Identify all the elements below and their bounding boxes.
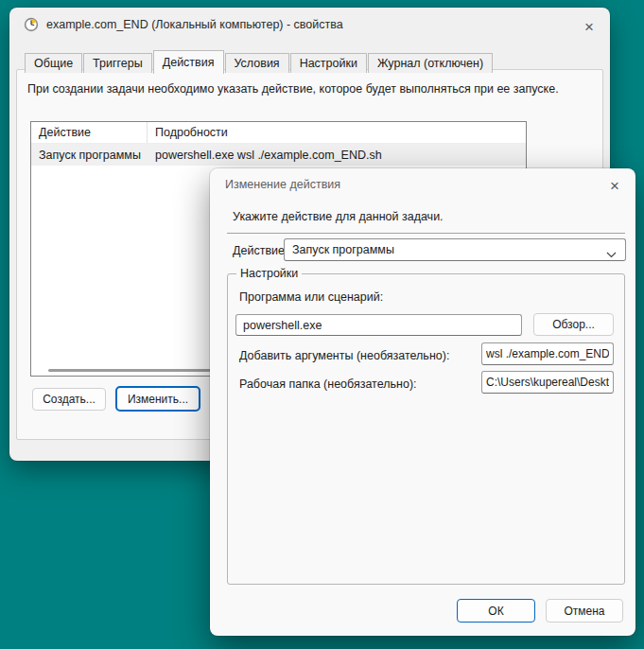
divider: [227, 233, 625, 234]
action-dropdown-value: Запуск программы: [292, 243, 394, 256]
browse-button[interactable]: Обзор...: [533, 313, 614, 336]
working-folder-label: Рабочая папка (необязательно):: [239, 377, 417, 391]
program-label: Программа или сценарий:: [239, 290, 383, 304]
dialog-title: Изменение действия: [225, 178, 340, 191]
column-header-details[interactable]: Подробности: [148, 126, 228, 139]
ok-button[interactable]: ОК: [457, 599, 535, 623]
dialog-instruction: Укажите действие для данной задачи.: [233, 210, 444, 223]
settings-group-title: Настройки: [236, 267, 302, 280]
tab-settings[interactable]: Настройки: [290, 53, 367, 73]
close-icon[interactable]: ×: [580, 17, 599, 36]
edit-button[interactable]: Изменить...: [115, 386, 200, 412]
tab-actions[interactable]: Действия: [153, 50, 224, 74]
tab-strip: Общие Триггеры Действия Условия Настройк…: [25, 50, 494, 73]
edit-action-dialog: Изменение действия × Укажите действие дл…: [210, 168, 635, 636]
main-titlebar: example.com_END (Локальный компьютер) - …: [9, 8, 610, 42]
row-details-cell: powershell.exe wsl ./example.com_END.sh: [148, 149, 382, 162]
tab-history[interactable]: Журнал (отключен): [368, 53, 493, 73]
dialog-titlebar: Изменение действия ×: [210, 168, 635, 200]
actions-description: При создании задачи необходимо указать д…: [27, 82, 559, 96]
actions-list-header: Действие Подробности: [31, 122, 526, 144]
task-scheduler-clock-icon: [24, 17, 39, 32]
tab-general[interactable]: Общие: [25, 53, 82, 73]
cancel-button[interactable]: Отмена: [546, 599, 623, 623]
create-button[interactable]: Создать...: [32, 388, 106, 411]
action-dropdown[interactable]: Запуск программы: [284, 238, 626, 261]
working-folder-input[interactable]: [481, 371, 614, 394]
arguments-input[interactable]: [481, 342, 614, 365]
chevron-down-icon: [606, 248, 617, 261]
table-row[interactable]: Запуск программы powershell.exe wsl ./ex…: [31, 144, 526, 166]
column-header-action[interactable]: Действие: [31, 122, 148, 143]
arguments-label: Добавить аргументы (необязательно):: [239, 349, 449, 362]
main-window-title: example.com_END (Локальный компьютер) - …: [46, 18, 343, 31]
action-label: Действие:: [233, 244, 287, 257]
tab-conditions[interactable]: Условия: [225, 53, 289, 73]
settings-groupbox: Настройки Программа или сценарий: Обзор.…: [227, 273, 625, 585]
close-icon[interactable]: ×: [605, 176, 624, 195]
tab-triggers[interactable]: Триггеры: [83, 53, 152, 73]
row-action-cell: Запуск программы: [31, 149, 148, 162]
program-input[interactable]: [235, 314, 522, 336]
